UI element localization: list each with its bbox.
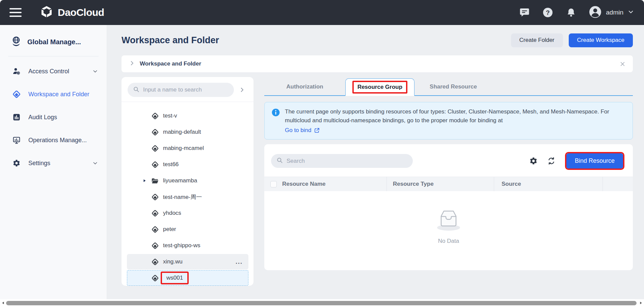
tree-item-icon xyxy=(151,242,159,249)
tree-item-label: test-name-周一 xyxy=(163,193,202,201)
tree-item[interactable]: ws001 xyxy=(127,270,248,286)
alert-text: The current page only supports binding r… xyxy=(285,108,609,124)
scrollbar-thumb[interactable] xyxy=(6,301,637,305)
column-source: Source xyxy=(494,177,602,191)
tree-item[interactable]: test-name-周一 xyxy=(127,189,248,205)
detail-tabs: Authorization Resource Group Shared Reso… xyxy=(264,78,633,96)
tree-item[interactable]: peter xyxy=(127,222,248,237)
tree-item-label: mabing-default xyxy=(163,129,201,135)
close-icon[interactable] xyxy=(620,61,625,67)
column-resource-type: Resource Type xyxy=(386,177,494,191)
tree-item[interactable]: test-ghippo-ws xyxy=(127,238,248,253)
sidebar-item-icon xyxy=(12,90,21,98)
sidebar-item[interactable]: Settings xyxy=(0,152,107,175)
sidebar-item[interactable]: Workspace and Folder xyxy=(0,83,107,106)
chevron-down-icon xyxy=(92,69,98,74)
tree-item[interactable]: yhdocs xyxy=(127,205,248,221)
sidebar-item-icon xyxy=(12,136,21,144)
tree-item-icon xyxy=(151,209,159,217)
tree-item-icon xyxy=(151,128,159,136)
go-to-bind-link[interactable]: Go to bind xyxy=(285,126,320,135)
tree-item-label: ws001 xyxy=(166,275,183,281)
breadcrumb: Workspace and Folder xyxy=(122,55,633,72)
hamburger-menu-icon[interactable] xyxy=(9,8,22,17)
info-alert: The current page only supports binding r… xyxy=(264,102,633,139)
tree-item-label-box: mabing-default xyxy=(163,129,201,135)
messages-icon[interactable] xyxy=(519,7,530,18)
sidebar-item-icon xyxy=(12,67,21,75)
tree-item-label-box: test-name-周一 xyxy=(163,193,202,201)
sidebar-item[interactable]: Operations Manage... xyxy=(0,129,107,152)
table-body: No Data xyxy=(264,191,633,270)
tree-item-label: test66 xyxy=(163,161,179,168)
detail-panel: Authorization Resource Group Shared Reso… xyxy=(264,77,633,286)
tab[interactable]: Shared Resource xyxy=(414,78,492,95)
resource-search xyxy=(271,154,413,168)
tree-item-icon xyxy=(151,258,159,265)
sidebar-module-header[interactable]: Global Manage... xyxy=(0,25,107,48)
help-icon[interactable]: ? xyxy=(542,7,553,18)
table-settings-gear-icon[interactable] xyxy=(529,157,538,165)
tree-item[interactable]: mabing-mcamel xyxy=(127,140,248,156)
sidebar-title: Global Manage... xyxy=(27,38,81,46)
topbar: DaoCloud ? xyxy=(0,0,644,25)
tree-item-icon xyxy=(151,112,159,120)
tree-item-label-box: test-v xyxy=(163,112,177,119)
tree-item-label: test-v xyxy=(163,112,177,119)
scroll-left-arrow[interactable] xyxy=(1,301,5,305)
tree-item-icon xyxy=(151,193,159,201)
bind-resource-button[interactable]: Bind Resource xyxy=(566,153,623,169)
breadcrumb-label[interactable]: Workspace and Folder xyxy=(140,60,201,67)
tree-item-label: peter xyxy=(163,226,176,233)
main-content: Workspace and Folder Create Folder Creat… xyxy=(107,25,644,299)
tree-search xyxy=(128,83,234,97)
brand-name: DaoCloud xyxy=(58,7,104,18)
tab-label: Resource Group xyxy=(357,84,402,91)
workspace-tree: test-v xyxy=(122,102,253,286)
svg-text:?: ? xyxy=(546,9,550,16)
sidebar-item-label: Settings xyxy=(28,160,50,167)
tree-item-label-box: liyueamamba xyxy=(163,177,197,184)
go-to-bind-label: Go to bind xyxy=(285,126,311,135)
create-folder-button[interactable]: Create Folder xyxy=(511,33,563,47)
tree-item-label: yhdocs xyxy=(163,210,181,216)
tree-item-label-box: test-ghippo-ws xyxy=(163,242,200,249)
select-all-checkbox[interactable] xyxy=(270,181,277,187)
tree-item-icon xyxy=(151,177,159,184)
tree-item[interactable]: xing.wu ... xyxy=(127,254,248,270)
chevron-down-icon xyxy=(92,160,98,166)
tree-search-input[interactable] xyxy=(142,86,229,94)
tree-item-label: xing.wu xyxy=(163,258,183,265)
more-actions-button[interactable]: ... xyxy=(236,260,243,263)
tree-item-label-box: xing.wu xyxy=(163,258,183,265)
info-icon xyxy=(271,107,280,135)
create-workspace-button[interactable]: Create Workspace xyxy=(569,33,633,47)
tree-item-icon xyxy=(151,226,159,233)
avatar xyxy=(589,6,601,20)
sidebar-item[interactable]: Access Control xyxy=(0,60,107,83)
panel-collapse-button[interactable] xyxy=(234,83,250,97)
tab[interactable]: Resource Group xyxy=(345,78,414,96)
scroll-right-arrow[interactable] xyxy=(639,301,643,305)
tree-item-label-box: yhdocs xyxy=(163,210,181,216)
resource-search-input[interactable] xyxy=(286,157,407,165)
notifications-bell-icon[interactable] xyxy=(566,7,576,18)
tab[interactable]: Authorization xyxy=(264,78,345,95)
refresh-icon[interactable] xyxy=(547,157,556,165)
sidebar-divider xyxy=(8,56,99,56)
horizontal-scrollbar xyxy=(0,299,644,307)
page-title: Workspace and Folder xyxy=(122,35,219,46)
tree-item[interactable]: test-v xyxy=(127,108,248,124)
tree-item-label-box: mabing-mcamel xyxy=(163,145,204,152)
user-menu[interactable]: admin xyxy=(589,6,634,20)
tree-item[interactable]: test66 xyxy=(127,157,248,172)
tree-item-label-box: test66 xyxy=(163,161,179,168)
tree-item[interactable]: liyueamamba xyxy=(127,173,248,188)
table-header: Resource Name Resource Type Source xyxy=(264,177,633,191)
tree-item[interactable]: mabing-default xyxy=(127,124,248,140)
expand-arrow-icon[interactable] xyxy=(142,179,147,183)
external-link-icon xyxy=(314,127,320,133)
tree-item-label-box: peter xyxy=(163,226,176,233)
sidebar-item[interactable]: Audit Logs xyxy=(0,106,107,129)
sidebar-item-label: Operations Manage... xyxy=(28,137,87,144)
